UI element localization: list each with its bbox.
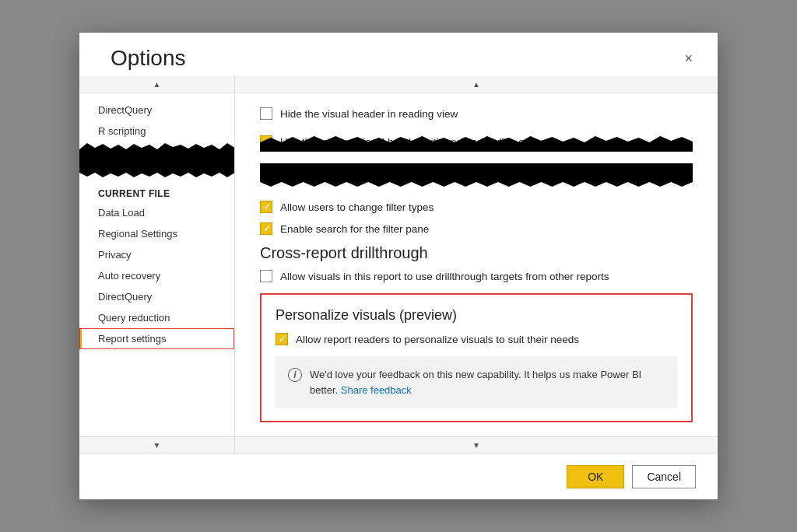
info-icon: i — [288, 368, 302, 382]
dialog-footer: OK Cancel — [79, 453, 718, 499]
option-modern-visual-header: Use the modern visual header with update… — [260, 129, 693, 154]
option-personalize-visuals-label[interactable]: Allow report readers to personalize visu… — [276, 333, 579, 345]
content-scroll-down-button[interactable]: ▼ — [235, 436, 718, 453]
option-cross-report-label[interactable]: Allow visuals in this report to use dril… — [260, 270, 609, 282]
option-hide-visual-header-label[interactable]: Hide the visual header in reading view — [260, 107, 458, 120]
feedback-box: i We'd love your feedback on this new ca… — [276, 356, 677, 408]
sidebar-item-directquery-top[interactable]: DirectQuery — [79, 100, 234, 121]
checkbox-hide-visual-header[interactable] — [260, 107, 272, 120]
option-cross-report: Allow visuals in this report to use dril… — [260, 270, 693, 282]
option-allow-filter-types: Allow users to change filter types — [260, 201, 693, 213]
redacted-area — [79, 143, 234, 177]
personalize-visuals-title: Personalize visuals (preview) — [276, 307, 677, 324]
svg-marker-0 — [79, 143, 234, 177]
option-allow-filter-types-text: Allow users to change filter types — [280, 201, 434, 213]
option-modern-visual-header-text: Use the modern visual header with update… — [280, 136, 553, 148]
sidebar-scroll-up-button[interactable]: ▲ — [79, 76, 234, 93]
content-scroll-up-button[interactable]: ▲ — [235, 76, 718, 93]
cancel-button[interactable]: Cancel — [632, 465, 696, 488]
ok-button[interactable]: OK — [567, 465, 624, 488]
option-enable-search-filter-label[interactable]: Enable search for the filter pane — [260, 222, 429, 235]
sidebar-item-auto-recovery[interactable]: Auto recovery — [79, 265, 234, 286]
sidebar-scroll-down-button[interactable]: ▼ — [79, 436, 234, 453]
option-allow-filter-types-label[interactable]: Allow users to change filter types — [260, 201, 434, 213]
options-dialog: Options × ▲ DirectQuery R scripting R sc… — [79, 33, 718, 500]
svg-marker-2 — [260, 176, 693, 187]
checkbox-personalize-visuals[interactable] — [276, 333, 288, 345]
torn-bottom — [260, 176, 693, 193]
sidebar-section-header-current-file: CURRENT FILE — [79, 179, 234, 202]
sidebar-scroll-area: DirectQuery R scripting R scripting CURR… — [79, 93, 234, 436]
title-bar: Options × — [79, 33, 718, 77]
feedback-text: We'd love your feedback on this new capa… — [310, 367, 665, 397]
checkbox-allow-filter-types[interactable] — [260, 201, 272, 213]
main-content: ▲ Hide the visual header in reading view… — [235, 76, 718, 453]
option-personalize-visuals-text: Allow report readers to personalize visu… — [296, 334, 579, 345]
option-cross-report-text: Allow visuals in this report to use dril… — [280, 271, 609, 282]
chevron-up-icon: ▲ — [472, 80, 480, 89]
cross-report-heading: Cross-report drillthrough — [260, 244, 693, 262]
chevron-up-icon: ▲ — [153, 80, 161, 89]
sidebar-item-query-reduction[interactable]: Query reduction — [79, 307, 234, 328]
share-feedback-link[interactable]: Share feedback — [341, 384, 412, 396]
dialog-body: ▲ DirectQuery R scripting R scripting CU… — [79, 76, 718, 453]
option-modern-visual-header-label[interactable]: Use the modern visual header with update… — [260, 135, 553, 148]
sidebar-item-privacy[interactable]: Privacy — [79, 244, 234, 265]
dialog-title: Options — [111, 47, 186, 71]
sidebar-item-regional-settings[interactable]: Regional Settings — [79, 223, 234, 244]
sidebar: ▲ DirectQuery R scripting R scripting CU… — [79, 76, 235, 453]
checkbox-enable-search-filter[interactable] — [260, 222, 272, 235]
option-enable-search-filter-text: Enable search for the filter pane — [280, 223, 429, 235]
option-hide-visual-header-text: Hide the visual header in reading view — [280, 108, 458, 120]
checkbox-modern-visual-header[interactable] — [260, 135, 272, 148]
chevron-down-icon: ▼ — [153, 441, 161, 450]
sidebar-item-r-scripting[interactable]: R scripting — [79, 121, 234, 142]
personalize-visuals-box: Personalize visuals (preview) Allow repo… — [260, 293, 693, 422]
close-button[interactable]: × — [678, 48, 699, 68]
option-hide-visual-header: Hide the visual header in reading view — [260, 107, 693, 120]
checkbox-cross-report[interactable] — [260, 270, 272, 282]
option-personalize-visuals: Allow report readers to personalize visu… — [276, 333, 677, 345]
option-enable-search-filter: Enable search for the filter pane — [260, 222, 693, 235]
sidebar-item-directquery-file[interactable]: DirectQuery — [79, 286, 234, 307]
sidebar-item-report-settings[interactable]: Report settings — [79, 328, 234, 349]
redacted-middle — [260, 163, 693, 176]
chevron-down-icon: ▼ — [472, 441, 480, 450]
sidebar-item-data-load[interactable]: Data Load — [79, 202, 234, 223]
main-scroll-area: Hide the visual header in reading view U… — [235, 93, 718, 436]
